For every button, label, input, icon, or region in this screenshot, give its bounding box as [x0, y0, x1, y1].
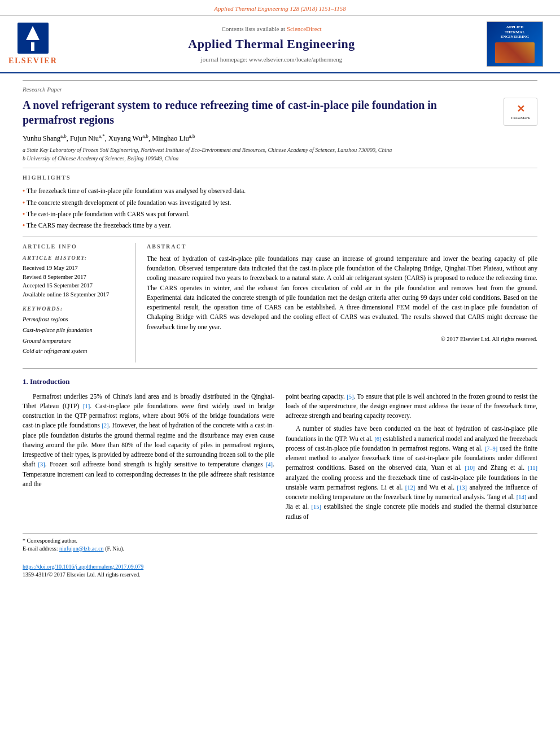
elsevier-wordmark: ELSEVIER [8, 55, 58, 67]
keyword-4: Cold air refrigerant system [23, 346, 128, 357]
abstract-copyright: © 2017 Elsevier Ltd. All rights reserved… [147, 335, 537, 344]
intro-para-3: A number of studies have been conducted … [286, 424, 537, 522]
elsevier-tree-icon [18, 23, 49, 54]
journal-cover-image: APPLIEDTHERMALENGINEERING [487, 21, 543, 67]
article-info-header: ARTICLE INFO [23, 243, 128, 251]
keywords-section: Keywords: Permafrost regions Cast-in-pla… [23, 305, 128, 357]
keywords-label: Keywords: [23, 305, 128, 313]
corresponding-author-note: * Corresponding author. [23, 537, 537, 545]
received-text: Received 19 May 2017 [23, 264, 128, 273]
keyword-3: Ground temperature [23, 336, 128, 347]
crossmark-icon: ✕ [517, 103, 525, 116]
divider-3 [23, 368, 537, 369]
abstract-header: ABSTRACT [147, 243, 537, 251]
email-link[interactable]: niufujun@lzb.ac.cn [59, 545, 104, 552]
article-info-section: ARTICLE INFO Article history: Received 1… [23, 243, 128, 299]
journal-title: Applied Thermal Engineering [65, 36, 478, 53]
journal-cover-area: APPLIEDTHERMALENGINEERING [478, 21, 552, 67]
available-text: Available online 18 September 2017 [23, 290, 128, 299]
elsevier-logo: ELSEVIER [8, 23, 58, 67]
doi-line: https://doi.org/10.1016/j.applthermaleng… [23, 563, 537, 571]
contents-line: Contents lists available at ScienceDirec… [65, 25, 478, 33]
highlights-header: HIGHLIGHTS [23, 174, 537, 182]
email-footnote: E-mail address: niufujun@lzb.ac.cn (F. N… [23, 545, 537, 553]
affiliation-b: b University of Chinese Academy of Scien… [23, 155, 537, 162]
intro-col-right: point bearing capacity. [5]. To ensure t… [286, 392, 537, 522]
info-abstract-section: ARTICLE INFO Article history: Received 1… [23, 243, 537, 363]
highlight-item-1: The freezeback time of cast-in-place pil… [23, 185, 537, 196]
intro-col-left: Permafrost underlies 25% of China's land… [23, 392, 274, 522]
article-body: Research Paper A novel refrigerant syste… [0, 80, 560, 579]
journal-header-center: Contents lists available at ScienceDirec… [65, 25, 478, 64]
footnote-area: * Corresponding author. E-mail address: … [23, 533, 537, 579]
keyword-2: Cast-in-place pile foundation [23, 325, 128, 336]
journal-citation-bar: Applied Thermal Engineering 128 (2018) 1… [0, 0, 560, 16]
journal-citation-text: Applied Thermal Engineering 128 (2018) 1… [214, 5, 345, 12]
abstract-text: The heat of hydration of cast-in-place p… [147, 254, 537, 344]
cover-art [495, 42, 535, 64]
sciencedirect-link[interactable]: ScienceDirect [287, 25, 322, 32]
journal-header: ELSEVIER Contents lists available at Sci… [0, 16, 560, 73]
page-wrapper: Applied Thermal Engineering 128 (2018) 1… [0, 0, 560, 747]
abstract-column: ABSTRACT The heat of hydration of cast-i… [147, 243, 537, 363]
article-title: A novel refrigerant system to reduce ref… [23, 98, 537, 127]
intro-para-1: Permafrost underlies 25% of China's land… [23, 392, 274, 490]
article-type-label: Research Paper [23, 80, 537, 94]
authors-line: Yunhu Shanga,b, Fujun Niua,*, Xuyang Wua… [23, 133, 537, 144]
highlight-item-4: The CARS may decrease the freezeback tim… [23, 220, 537, 231]
revised-text: Revised 8 September 2017 [23, 273, 128, 282]
journal-homepage: journal homepage: www.elsevier.com/locat… [65, 55, 478, 64]
doi-link[interactable]: https://doi.org/10.1016/j.applthermaleng… [23, 563, 143, 570]
article-info-column: ARTICLE INFO Article history: Received 1… [23, 243, 135, 363]
cover-title: APPLIEDTHERMALENGINEERING [501, 25, 530, 39]
history-label: Article history: [23, 254, 128, 262]
accepted-text: Accepted 15 September 2017 [23, 281, 128, 290]
crossmark-badge[interactable]: ✕ CrossMark [504, 98, 537, 126]
intro-section-title: 1. Introduction [23, 377, 537, 387]
divider-1 [23, 168, 537, 168]
keywords-list: Permafrost regions Cast-in-place pile fo… [23, 314, 128, 357]
intro-two-col: Permafrost underlies 25% of China's land… [23, 392, 537, 522]
intro-para-2: point bearing capacity. [5]. To ensure t… [286, 392, 537, 421]
keyword-1: Permafrost regions [23, 314, 128, 325]
elsevier-logo-area: ELSEVIER [8, 23, 65, 67]
divider-2 [23, 237, 537, 237]
affiliation-a: a State Key Laboratory of Frozen Soil En… [23, 146, 537, 154]
highlights-list: The freezeback time of cast-in-place pil… [23, 185, 537, 230]
crossmark-label: CrossMark [511, 116, 530, 121]
highlight-item-2: The concrete strength development of pil… [23, 197, 537, 208]
issn-line: 1359-4311/© 2017 Elsevier Ltd. All right… [23, 571, 537, 579]
highlight-item-3: The cast-in-place pile foundation with C… [23, 208, 537, 220]
